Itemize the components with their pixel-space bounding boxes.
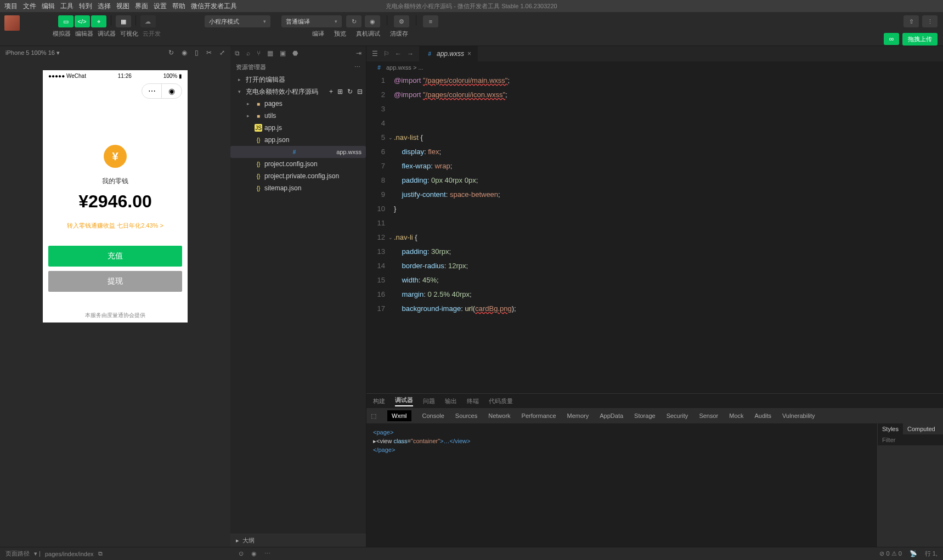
- menu-help[interactable]: 帮助: [172, 2, 185, 11]
- device-label[interactable]: iPhone 5 100% 16 ▾: [5, 49, 60, 56]
- dev-tab-Console[interactable]: Console: [422, 412, 444, 419]
- upload-icon[interactable]: ⇧: [904, 15, 919, 27]
- menu-goto[interactable]: 转到: [79, 2, 92, 11]
- version-icon[interactable]: ⋮: [922, 15, 938, 27]
- nav-back-icon[interactable]: ☰: [372, 50, 378, 58]
- styles-tab[interactable]: Styles: [878, 423, 903, 434]
- refresh-icon[interactable]: ↻: [168, 49, 174, 56]
- file-sitemap.json[interactable]: {}sitemap.json: [230, 182, 366, 194]
- menu-edit[interactable]: 编辑: [42, 2, 55, 11]
- breadcrumb[interactable]: #app.wxss > ...: [366, 61, 943, 73]
- dev-tab-Mock[interactable]: Mock: [729, 412, 743, 419]
- compile-icon[interactable]: ↻: [346, 15, 362, 27]
- wxml-tree[interactable]: <page> ▸<view class="container">…</view>…: [366, 423, 877, 547]
- avatar[interactable]: [4, 15, 20, 31]
- warnings-icon[interactable]: ⊘ 0 ⚠ 0: [879, 550, 901, 557]
- dev-tab-AppData[interactable]: AppData: [600, 412, 623, 419]
- dev-tab-Network[interactable]: Network: [488, 412, 510, 419]
- arrow-right-icon[interactable]: →: [407, 50, 414, 58]
- float-icon[interactable]: ⤢: [219, 49, 225, 56]
- ext-tab-icon[interactable]: ▦: [267, 49, 273, 57]
- remote-debug-icon[interactable]: ⚙: [394, 15, 409, 27]
- explorer-more-icon[interactable]: ⋯: [354, 64, 360, 71]
- dev-tab-Memory[interactable]: Memory: [567, 412, 589, 419]
- ext2-tab-icon[interactable]: ▣: [280, 49, 286, 57]
- cloud-icon[interactable]: ∞: [884, 33, 899, 45]
- arrow-left-icon[interactable]: ←: [395, 50, 402, 58]
- dev-tab-Sensor[interactable]: Sensor: [699, 412, 718, 419]
- file-pages[interactable]: ▸■pages: [230, 98, 366, 110]
- dbg-tab-终端[interactable]: 终端: [467, 397, 479, 405]
- simulator-toggle[interactable]: ▭: [58, 15, 74, 27]
- file-app.wxss[interactable]: #app.wxss: [230, 146, 366, 158]
- editor-toggle[interactable]: </>: [75, 15, 90, 27]
- close-tab-icon[interactable]: ×: [467, 50, 471, 58]
- menu-select[interactable]: 选择: [98, 2, 111, 11]
- styles-filter-input[interactable]: [878, 434, 943, 445]
- inspect-icon[interactable]: ⬚: [371, 412, 376, 420]
- file-app.json[interactable]: {}app.json: [230, 134, 366, 146]
- collapse-icon[interactable]: ⊟: [357, 88, 363, 95]
- menu-wechat-devtools[interactable]: 微信开发者工具: [191, 2, 237, 11]
- dev-tab-Performance[interactable]: Performance: [522, 412, 556, 419]
- drag-upload-button[interactable]: 拖拽上传: [902, 33, 938, 46]
- file-app.js[interactable]: JSapp.js: [230, 122, 366, 134]
- file-utils[interactable]: ▸■utils: [230, 110, 366, 122]
- mode-select[interactable]: 小程序模式▾: [205, 15, 270, 27]
- balance-link[interactable]: 转入零钱通赚收益 七日年化2.43% >: [67, 222, 163, 230]
- outline-section[interactable]: ▸大纲: [230, 534, 366, 547]
- project-root[interactable]: ▾充电余额特效小程序源码 + ⊞ ↻ ⊟: [230, 86, 366, 98]
- new-file-icon[interactable]: +: [329, 88, 333, 95]
- dbg-tab-构建[interactable]: 构建: [373, 397, 385, 405]
- capsule-close-icon[interactable]: ◉: [162, 84, 182, 98]
- withdraw-button[interactable]: 提现: [48, 271, 182, 292]
- file-project.config.json[interactable]: {}project.config.json: [230, 158, 366, 170]
- branch-tab-icon[interactable]: ⑂: [257, 49, 261, 57]
- refresh-tree-icon[interactable]: ↻: [347, 88, 353, 95]
- page-path[interactable]: pages/index/index: [45, 551, 94, 557]
- bookmark-icon[interactable]: ⚐: [383, 50, 389, 58]
- preview-icon[interactable]: ◉: [365, 15, 380, 27]
- files-tab-icon[interactable]: ⧉: [235, 49, 240, 57]
- menu-tools[interactable]: 工具: [60, 2, 74, 11]
- more-status-icon[interactable]: ⋯: [264, 550, 270, 557]
- dev-tab-Vulnerability[interactable]: Vulnerability: [782, 412, 815, 419]
- dev-tab-Wxml[interactable]: Wxml: [387, 410, 411, 421]
- dev-tab-Audits[interactable]: Audits: [755, 412, 772, 419]
- dbg-tab-问题[interactable]: 问题: [423, 397, 435, 405]
- clear-cache-icon[interactable]: ≡: [423, 15, 438, 27]
- dev-tab-Security[interactable]: Security: [667, 412, 688, 419]
- copy-path-icon[interactable]: ⧉: [98, 550, 103, 557]
- menu-settings[interactable]: 设置: [154, 2, 167, 11]
- capsule-menu-icon[interactable]: ⋯: [142, 84, 162, 98]
- record-icon[interactable]: ◉: [182, 49, 187, 56]
- cut-icon[interactable]: ✂: [206, 49, 212, 56]
- search-tab-icon[interactable]: ⌕: [246, 49, 250, 57]
- compile-select[interactable]: 普通编译▾: [281, 15, 342, 27]
- deposit-button[interactable]: 充值: [48, 246, 182, 267]
- debugger-toggle[interactable]: ⌖: [91, 15, 106, 27]
- editor-tab-active[interactable]: # app.wxss ×: [419, 46, 478, 61]
- debug-tab-icon[interactable]: ⬣: [292, 49, 298, 57]
- cloud-dev-toggle[interactable]: ☁: [140, 15, 156, 27]
- dev-tab-Storage[interactable]: Storage: [634, 412, 656, 419]
- broadcast-icon[interactable]: 📡: [910, 550, 917, 557]
- dev-tab-Sources[interactable]: Sources: [455, 412, 477, 419]
- line-col[interactable]: 行 1,: [925, 550, 938, 558]
- computed-tab[interactable]: Computed: [903, 423, 940, 434]
- more-icon[interactable]: ⇥: [356, 49, 362, 57]
- menu-view[interactable]: 视图: [116, 2, 129, 11]
- code-editor[interactable]: 1234⌄567891011⌄121314151617 @import "/pa…: [366, 73, 943, 393]
- open-editors-section[interactable]: ▸打开的编辑器: [230, 73, 366, 86]
- visual-toggle[interactable]: ▦: [116, 15, 131, 27]
- menu-ui[interactable]: 界面: [135, 2, 148, 11]
- eye-icon[interactable]: ◉: [251, 550, 257, 557]
- dbg-tab-输出[interactable]: 输出: [445, 397, 457, 405]
- file-project.private.config.json[interactable]: {}project.private.config.json: [230, 170, 366, 182]
- new-folder-icon[interactable]: ⊞: [337, 88, 343, 95]
- device-icon[interactable]: ▯: [195, 49, 199, 56]
- menu-file[interactable]: 文件: [23, 2, 36, 11]
- menu-project[interactable]: 项目: [4, 2, 18, 11]
- perf-icon[interactable]: ⊙: [239, 550, 244, 557]
- dbg-tab-代码质量[interactable]: 代码质量: [489, 397, 513, 405]
